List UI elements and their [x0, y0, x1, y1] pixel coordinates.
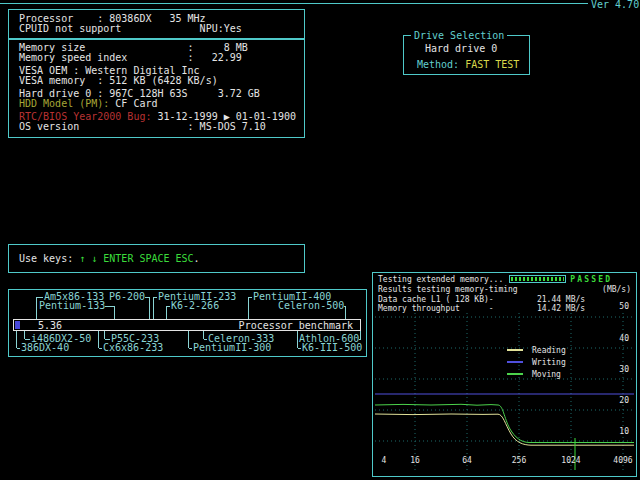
reference-tick-line	[204, 339, 207, 340]
reference-tick-line	[17, 348, 20, 349]
processor-benchmark-box: Am5x86-133P6-200PentiumII-233PentiumII-4…	[8, 289, 367, 357]
keys-help-box: Use keys: ↑ ↓ ENTER SPACE ESC.	[8, 244, 305, 273]
throughput-result: Memory throughput - 14.42 MB/s	[378, 304, 585, 313]
text-segment: CPUID not support NPU:Yes	[19, 23, 242, 34]
reference-tick-line	[16, 331, 17, 348]
legend-line-swatch	[507, 373, 523, 375]
reference-tick-line	[149, 297, 150, 319]
text-segment: HDD Model (PM):	[19, 98, 109, 109]
cpu-reference-label: Celeron-500	[278, 302, 344, 310]
reference-tick-line	[104, 331, 105, 339]
reference-tick-line	[249, 297, 252, 298]
testing-label: Testing extended memory...	[378, 275, 503, 284]
legend-item: Reading	[507, 344, 566, 356]
text-line: Memory speed index : 22.99	[19, 53, 304, 63]
benchmark-score-fill	[15, 321, 20, 329]
reference-tick-line	[99, 348, 102, 349]
text-line: OS version : MS-DOS 7.10	[19, 122, 304, 132]
reference-tick-line	[114, 306, 115, 319]
reference-tick-line	[167, 306, 170, 307]
text-segment: CF Card	[109, 98, 157, 109]
legend-label: Writing	[532, 358, 566, 367]
reference-tick-line	[105, 339, 110, 340]
reference-tick-line	[188, 331, 189, 348]
method-label: Method:	[417, 59, 465, 70]
drive-item-hard-drive-0[interactable]: Hard drive 0	[425, 44, 497, 53]
reference-tick-line	[145, 297, 150, 298]
reference-tick-line	[98, 331, 99, 348]
reference-tick-line	[297, 331, 298, 348]
legend-line-swatch	[507, 349, 523, 351]
legend-line-swatch	[507, 361, 523, 363]
drive-selection-title: Drive Selection	[411, 31, 507, 40]
top-divider-line	[0, 3, 588, 4]
reference-tick-line	[36, 297, 37, 319]
results-title: Results testing memory-timing	[378, 285, 518, 294]
legend-item: Moving	[507, 368, 566, 380]
chart-gridlines	[375, 313, 634, 470]
x-axis-label: 1024	[561, 457, 580, 465]
drive-selection-box: Drive Selection Hard drive 0 Method: FAS…	[403, 35, 530, 75]
y-axis-label: 50	[609, 303, 629, 311]
speedsys-screen: Ver 4.70 Processor : 80386DX 35 MHzCPUID…	[0, 0, 640, 480]
reference-tick-line	[344, 306, 346, 307]
testing-status-row: Testing extended memory...PASSED	[378, 275, 612, 284]
reference-tick-line	[24, 331, 25, 339]
text-segment: .	[194, 253, 200, 264]
text-segment: ↑ ↓ ENTER SPACE ESC	[79, 253, 193, 264]
legend-item: Writing	[507, 356, 566, 368]
cpu-reference-label: Pentium-133	[39, 302, 105, 310]
reference-tick-line	[153, 297, 154, 319]
benchmark-title: Processor benchmark	[239, 321, 353, 330]
reference-tick-line	[248, 297, 249, 319]
y-axis-labels: 5040302010	[609, 273, 629, 476]
benchmark-score-value: 5.36	[38, 321, 62, 330]
reference-tick-line	[105, 306, 115, 307]
system-info-box: Memory size : 8 MBMemory speed index : 2…	[8, 39, 305, 138]
reference-tick-line	[25, 339, 30, 340]
cpu-reference-label: PentiumII-300	[193, 344, 271, 352]
x-axis-label: 4096	[613, 457, 632, 465]
drive-method-row[interactable]: Method: FAST TEST	[417, 60, 519, 69]
memory-chart-panel: Testing extended memory...PASSED Results…	[372, 272, 637, 477]
reference-tick-line	[298, 348, 301, 349]
reference-tick-line	[166, 306, 167, 319]
reference-tick-line	[359, 339, 361, 340]
l1-cache-result: Data cache L1 ( 128 KB)- 21.44 MB/s	[378, 295, 585, 304]
reference-tick-line	[189, 348, 192, 349]
cpu-reference-label: K6-2-266	[171, 302, 219, 310]
benchmark-score-bar: 5.36 Processor benchmark	[13, 319, 361, 331]
text-line: VESA memory : 512 KB (6428 KB/s)	[19, 76, 304, 86]
reference-tick-line	[203, 331, 204, 339]
x-axis-label: 256	[512, 457, 526, 465]
text-segment: Memory speed index : 22.99	[19, 52, 242, 63]
text-line: CPUID not support NPU:Yes	[19, 24, 304, 34]
y-axis-label: 40	[609, 335, 629, 343]
legend-label: Reading	[532, 346, 566, 355]
progress-bar	[509, 275, 566, 283]
text-segment: VESA memory : 512 KB (6428 KB/s)	[19, 75, 218, 86]
text-line: HDD Model (PM): CF Card	[19, 99, 304, 109]
chart-legend: ReadingWritingMoving	[507, 344, 566, 380]
reference-tick-line	[154, 297, 157, 298]
reference-tick-line	[37, 297, 43, 298]
reference-tick-line	[345, 306, 346, 319]
legend-label: Moving	[532, 370, 561, 379]
text-line: Use keys: ↑ ↓ ENTER SPACE ESC.	[19, 254, 304, 264]
method-value: FAST TEST	[465, 59, 519, 70]
y-axis-label: 30	[609, 366, 629, 374]
cpu-reference-label: 386DX-40	[21, 344, 69, 352]
x-axis-label: 64	[462, 457, 472, 465]
x-axis-label: 16	[410, 457, 420, 465]
cpu-reference-label: Cx6x86-233	[103, 344, 163, 352]
text-segment: OS version : MS-DOS 7.10	[19, 121, 266, 132]
cpu-reference-label: K6-III-500	[302, 344, 362, 352]
cpu-info-box: Processor : 80386DX 35 MHzCPUID not supp…	[8, 9, 305, 39]
y-axis-label: 10	[609, 428, 629, 436]
passed-status-badge: PASSED	[570, 275, 612, 284]
reference-tick-line	[360, 331, 361, 339]
version-label: Ver 4.70	[591, 0, 639, 9]
cpu-reference-label: P6-200	[109, 293, 145, 301]
text-segment: Use keys:	[19, 253, 79, 264]
progress-bar-fill	[511, 277, 564, 281]
